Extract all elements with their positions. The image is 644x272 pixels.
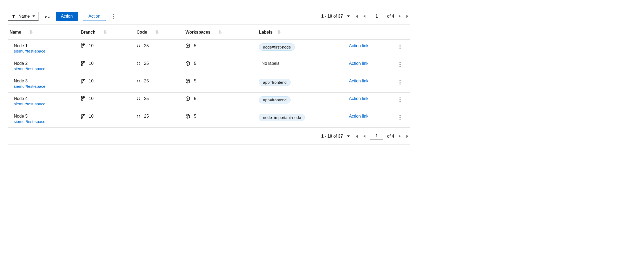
svg-point-14 [400, 66, 401, 67]
page-input[interactable] [370, 133, 383, 140]
row-kebab[interactable] [397, 79, 403, 86]
svg-point-29 [81, 117, 82, 118]
cube-icon [185, 43, 190, 48]
first-page-button[interactable] [354, 134, 359, 139]
pagination-top: 1 - 10 of 37 of 4 [321, 13, 410, 20]
row-kebab[interactable] [397, 96, 403, 103]
caret-down-icon [32, 15, 35, 17]
cube-icon [185, 61, 190, 66]
node-subtext[interactable]: siemur/test-space [14, 84, 74, 89]
action-link[interactable]: Action link [349, 96, 368, 101]
branch-count: 10 [89, 61, 93, 66]
code-count: 25 [144, 61, 149, 66]
filter-dropdown[interactable]: Name [8, 12, 39, 21]
col-code[interactable]: Code⇅ [133, 25, 182, 40]
pagination-bottom: 1 - 10 of 37 of 4 [321, 133, 410, 140]
code-icon [137, 115, 140, 118]
label-chip[interactable]: node=first-node [259, 43, 295, 51]
svg-point-17 [81, 82, 82, 83]
workspaces-count: 5 [194, 61, 196, 66]
next-page-button[interactable] [398, 134, 402, 139]
code-icon [137, 79, 140, 83]
action-secondary-button[interactable]: Action [83, 12, 106, 21]
next-page-button[interactable] [398, 14, 402, 19]
code-icon [137, 97, 140, 100]
svg-point-4 [83, 44, 84, 45]
node-name: Node 3 [14, 79, 74, 83]
branch-icon [81, 114, 85, 119]
node-subtext[interactable]: siemur/test-space [14, 49, 74, 53]
action-link[interactable]: Action link [349, 79, 368, 83]
last-page-button[interactable] [405, 14, 410, 19]
last-page-button[interactable] [405, 134, 410, 139]
branch-icon [81, 43, 85, 48]
svg-point-3 [81, 44, 82, 45]
toolbar-kebab[interactable] [111, 13, 116, 20]
sort-icon: ⇅ [277, 30, 281, 35]
col-name[interactable]: Name⇅ [8, 25, 78, 40]
svg-point-5 [81, 47, 82, 48]
table-row: Node 1siemur/test-space10255node=first-n… [8, 40, 410, 57]
svg-point-2 [113, 18, 114, 19]
page-input[interactable] [370, 13, 383, 20]
svg-point-22 [83, 97, 84, 98]
of-pages: of 4 [387, 14, 394, 19]
action-primary-button[interactable]: Action [56, 12, 78, 21]
node-subtext[interactable]: siemur/test-space [14, 102, 74, 106]
svg-point-31 [400, 117, 401, 118]
table-row: Node 4siemur/test-space10255app=frontend… [8, 93, 410, 110]
pagination-range: 1 - 10 of 37 [321, 14, 343, 19]
first-page-button[interactable] [354, 14, 359, 19]
workspaces-count: 5 [194, 114, 196, 119]
row-kebab[interactable] [397, 43, 403, 50]
action-link[interactable]: Action link [349, 61, 368, 66]
svg-point-23 [81, 100, 82, 101]
code-count: 25 [144, 114, 149, 119]
branch-icon [81, 96, 85, 101]
svg-point-28 [83, 114, 84, 115]
svg-point-25 [400, 99, 401, 100]
branch-icon [81, 79, 85, 83]
svg-point-19 [400, 82, 401, 83]
code-count: 25 [144, 96, 149, 101]
sort-icon: ⇅ [103, 30, 107, 35]
items-per-page-toggle[interactable] [347, 135, 350, 138]
row-kebab[interactable] [397, 61, 403, 68]
action-link[interactable]: Action link [349, 114, 368, 118]
svg-point-0 [113, 14, 114, 15]
workspaces-count: 5 [194, 96, 196, 101]
node-subtext[interactable]: siemur/test-space [14, 66, 74, 71]
svg-point-27 [81, 114, 82, 115]
sort-icon: ⇅ [155, 30, 159, 35]
action-link[interactable]: Action link [349, 43, 368, 48]
label-chip[interactable]: app=frontend [259, 96, 291, 103]
label-chip[interactable]: node=important-node [259, 114, 305, 121]
row-kebab[interactable] [397, 114, 403, 121]
code-icon [137, 44, 140, 47]
svg-point-18 [400, 80, 401, 81]
node-subtext[interactable]: siemur/test-space [14, 119, 74, 124]
col-branch[interactable]: Branch⇅ [78, 25, 133, 40]
label-chip[interactable]: app=frontend [259, 79, 291, 86]
svg-point-9 [81, 61, 82, 62]
sort-icon: ⇅ [29, 30, 33, 35]
sort-button[interactable] [43, 13, 51, 20]
branch-count: 10 [89, 43, 93, 48]
svg-point-8 [400, 48, 401, 49]
prev-page-button[interactable] [362, 14, 366, 19]
node-name: Node 2 [14, 61, 74, 66]
node-name: Node 5 [14, 114, 74, 119]
svg-point-1 [113, 16, 114, 17]
svg-point-32 [400, 119, 401, 120]
prev-page-button[interactable] [362, 134, 366, 139]
col-workspaces[interactable]: Workspaces⇅ [182, 25, 256, 40]
svg-point-24 [400, 97, 401, 98]
col-labels[interactable]: Labels⇅ [256, 25, 346, 40]
branch-count: 10 [89, 96, 93, 101]
items-per-page-toggle[interactable] [347, 15, 350, 18]
sort-icon: ⇅ [218, 30, 222, 35]
toolbar: Name Action Action 1 - 10 of [8, 8, 410, 25]
svg-point-12 [400, 62, 401, 63]
svg-point-10 [83, 61, 84, 62]
cube-icon [185, 114, 190, 119]
